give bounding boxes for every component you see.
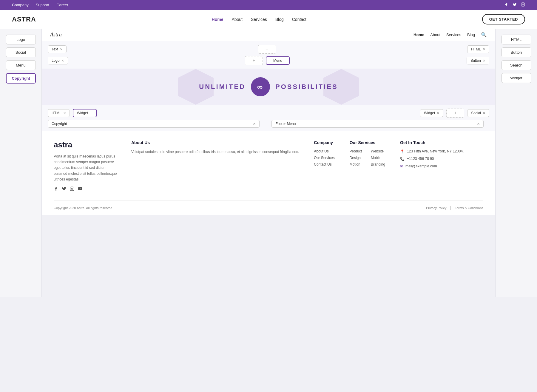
- button-chip-label: Button: [470, 58, 481, 63]
- footer-services-list-1: Product Design Motion: [350, 149, 362, 169]
- sidebar-right-html[interactable]: HTML: [501, 35, 531, 44]
- add-center-2[interactable]: +: [245, 56, 263, 65]
- footer-terms-link[interactable]: Terms & Conditions: [455, 206, 483, 210]
- footer-company-link-2[interactable]: Our Services: [314, 156, 334, 160]
- footer-col-services: Our Services Product Design Motion Websi…: [350, 140, 385, 192]
- sidebar-item-logo[interactable]: Logo: [6, 35, 36, 44]
- html-chip-row1-close[interactable]: ✕: [483, 47, 485, 51]
- footer-privacy-link[interactable]: Privacy Policy: [426, 206, 446, 210]
- footer-col-about: About Us Volutpat sodales odio vitae pos…: [131, 140, 299, 192]
- inner-nav-blog[interactable]: Blog: [467, 33, 475, 37]
- button-chip-close[interactable]: ✕: [483, 59, 485, 63]
- footer-service-2[interactable]: Design: [350, 156, 362, 160]
- inner-nav-links: Home About Services Blog 🔍: [413, 32, 487, 38]
- footer-company-link-1[interactable]: About Us: [314, 149, 334, 153]
- sidebar-item-copyright[interactable]: Copyright: [6, 73, 36, 84]
- footer-widget1-chip[interactable]: Widget: [73, 109, 97, 117]
- footer-widget2-chip-close[interactable]: ✕: [437, 111, 439, 115]
- sidebar-item-menu[interactable]: Menu: [6, 60, 36, 70]
- footer-html-chip[interactable]: HTML ✕: [48, 109, 70, 117]
- footer-contact-phone: 📞 +1123 456 78 90: [400, 157, 464, 161]
- sidebar-item-social[interactable]: Social: [6, 47, 36, 57]
- builder-row-1: Text ✕ + HTML ✕: [48, 45, 489, 54]
- footer-html-chip-close[interactable]: ✕: [63, 111, 66, 115]
- sidebar-right-search[interactable]: Search: [501, 60, 531, 70]
- add-center-1[interactable]: +: [258, 45, 276, 54]
- footer-twitter-icon[interactable]: [62, 186, 66, 192]
- footer-copyright-chip-label: Copyright: [52, 122, 67, 126]
- footer-menu-chip-label: Footer Menu: [275, 122, 296, 126]
- footer-service-5[interactable]: Mobile: [371, 156, 385, 160]
- top-bar-company[interactable]: Company: [12, 3, 29, 7]
- footer-col-company-list: About Us Our Services Contact Us: [314, 149, 334, 166]
- footer-col-contact: Get In Touch 📍 123 Fifth Ave, New York, …: [400, 140, 464, 192]
- twitter-icon-top[interactable]: [513, 2, 517, 7]
- footer-builder: HTML ✕ Widget Widget ✕ + Social ✕: [42, 105, 495, 131]
- html-chip-row1[interactable]: HTML ✕: [467, 45, 489, 53]
- top-bar-links: Company Support Career: [12, 3, 68, 7]
- nav-link-blog[interactable]: Blog: [275, 17, 284, 22]
- infinity-icon: ∞: [251, 77, 270, 96]
- inner-nav-logo: Astra: [50, 32, 62, 38]
- footer-add-center[interactable]: +: [446, 109, 464, 118]
- footer-preview: astra Porta at sit quis maecenas lacus p…: [42, 131, 495, 215]
- footer-builder-row2: Copyright ✕ Footer Menu ✕: [48, 120, 489, 128]
- nav-link-services[interactable]: Services: [251, 17, 267, 22]
- top-bar: Company Support Career  €: [0, 0, 537, 10]
- footer-company-link-3[interactable]: Contact Us: [314, 162, 334, 166]
- logo-chip-close[interactable]: ✕: [61, 59, 64, 63]
- top-bar-support[interactable]: Support: [36, 3, 50, 7]
- footer-col-contact-title: Get In Touch: [400, 140, 464, 145]
- menu-chip[interactable]: Menu: [266, 56, 290, 65]
- inner-nav-home[interactable]: Home: [413, 33, 424, 37]
- get-started-button[interactable]: GET STARTED: [482, 14, 525, 24]
- footer-col-about-text: Volutpat sodales odio vitae posuere odio…: [131, 149, 299, 155]
- footer-widget2-chip[interactable]: Widget ✕: [420, 109, 443, 117]
- footer-bottom-links: Privacy Policy | Terms & Conditions: [426, 205, 483, 211]
- text-chip-label: Text: [52, 47, 58, 51]
- footer-youtube-icon[interactable]: [78, 186, 82, 192]
- content-area: Logo Social Menu Copyright Astra Home Ab…: [0, 29, 537, 297]
- inner-nav-about[interactable]: About: [430, 33, 440, 37]
- instagram-icon-top[interactable]: [521, 2, 525, 7]
- nav-link-home[interactable]: Home: [212, 17, 223, 22]
- footer-menu-chip-close[interactable]: ✕: [477, 122, 480, 126]
- footer-brand-logo: astra: [54, 140, 119, 149]
- button-chip[interactable]: Button ✕: [467, 57, 489, 64]
- main-nav: ASTRA Home About Services Blog Contact G…: [0, 10, 537, 29]
- hex-decoration-right: [323, 69, 359, 105]
- facebook-icon-top[interactable]: [504, 2, 508, 7]
- footer-widget2-chip-label: Widget: [424, 111, 435, 115]
- footer-service-3[interactable]: Motion: [350, 162, 362, 166]
- sidebar-right-button[interactable]: Button: [501, 47, 531, 57]
- text-chip-close[interactable]: ✕: [60, 47, 63, 51]
- footer-copyright-chip[interactable]: Copyright ✕: [48, 120, 260, 128]
- footer-service-6[interactable]: Branding: [371, 162, 385, 166]
- footer-phone-text: +1123 456 78 90: [407, 157, 434, 161]
- central-content: Astra Home About Services Blog 🔍 Text ✕ …: [42, 29, 495, 297]
- nav-link-contact[interactable]: Contact: [292, 17, 306, 22]
- footer-social-chip-close[interactable]: ✕: [483, 111, 485, 115]
- footer-instagram-icon[interactable]: [70, 186, 74, 192]
- location-icon: 📍: [400, 149, 405, 154]
- text-chip[interactable]: Text ✕: [48, 45, 67, 53]
- footer-address-text: 123 Fifth Ave, New York, NY 12004.: [407, 149, 464, 153]
- footer-col-services-title: Our Services: [350, 140, 385, 145]
- unlimited-text: UNLIMITED ∞ POSSIBILITIES: [199, 77, 338, 96]
- sidebar-right-widget[interactable]: Widget: [501, 73, 531, 83]
- hex-decoration-left: [178, 69, 214, 105]
- header-builder-row1: Text ✕ + HTML ✕ Logo ✕ +: [42, 41, 495, 69]
- footer-social-chip[interactable]: Social ✕: [467, 109, 489, 117]
- footer-builder-row1: HTML ✕ Widget Widget ✕ + Social ✕: [48, 109, 489, 118]
- footer-menu-chip[interactable]: Footer Menu ✕: [271, 120, 483, 128]
- logo-chip[interactable]: Logo ✕: [48, 57, 68, 64]
- footer-service-1[interactable]: Product: [350, 149, 362, 153]
- inner-nav-services[interactable]: Services: [446, 33, 461, 37]
- top-bar-career[interactable]: Career: [56, 3, 68, 7]
- footer-facebook-icon[interactable]: [54, 186, 58, 192]
- search-icon[interactable]: 🔍: [481, 32, 487, 38]
- footer-copyright-chip-close[interactable]: ✕: [253, 122, 256, 126]
- footer-copyright-text: Copyright 2020 Astra. All rights reserve…: [54, 206, 112, 210]
- nav-link-about[interactable]: About: [232, 17, 243, 22]
- footer-service-4[interactable]: Website: [371, 149, 385, 153]
